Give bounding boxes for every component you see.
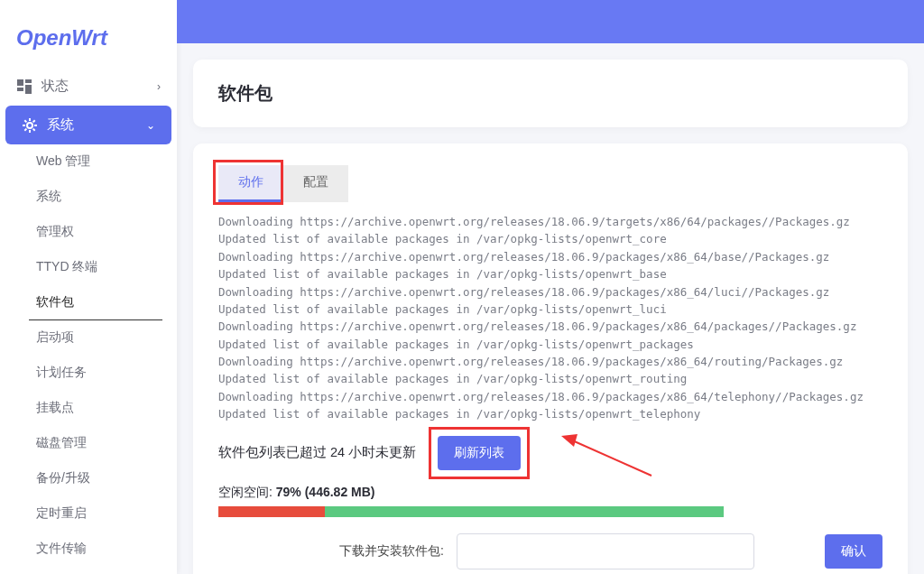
sidebar-subitem[interactable]: 磁盘管理 xyxy=(0,426,177,461)
sidebar-subitem[interactable]: 系统 xyxy=(0,180,177,215)
svg-rect-2 xyxy=(17,88,23,91)
gear-icon xyxy=(22,117,38,134)
logo: OpenWrt xyxy=(0,0,177,67)
sidebar-subitem[interactable]: Argon 主题设置 xyxy=(0,567,177,574)
page-title: 软件包 xyxy=(218,81,882,106)
main-content: 软件包 动作 配置 Downloading https://archive.op… xyxy=(177,0,924,574)
install-input[interactable] xyxy=(457,533,754,569)
sidebar-subitem[interactable]: 计划任务 xyxy=(0,356,177,391)
sidebar-subitem[interactable]: 文件传输 xyxy=(0,532,177,567)
svg-marker-6 xyxy=(561,434,578,447)
sidebar-subitem[interactable]: 挂载点 xyxy=(0,391,177,426)
tabs: 动作 配置 xyxy=(218,165,882,202)
install-confirm-button[interactable]: 确认 xyxy=(825,534,882,569)
tab-actions[interactable]: 动作 xyxy=(218,165,283,202)
main-card: 动作 配置 Downloading https://archive.openwr… xyxy=(193,144,908,574)
svg-rect-1 xyxy=(25,79,32,83)
svg-rect-0 xyxy=(17,79,23,86)
svg-line-5 xyxy=(570,440,651,476)
freespace-bar-fill xyxy=(325,506,724,517)
header-bar xyxy=(177,0,924,43)
sidebar-subitem[interactable]: 管理权 xyxy=(0,215,177,250)
sidebar-subitem[interactable]: 软件包 xyxy=(29,285,162,320)
refresh-list-button[interactable]: 刷新列表 xyxy=(438,436,521,470)
chevron-right-icon: › xyxy=(157,80,161,93)
freespace-bar xyxy=(218,506,724,517)
chevron-down-icon: ⌄ xyxy=(146,119,155,132)
update-stale-text: 软件包列表已超过 24 小时未更新 xyxy=(218,444,416,461)
sidebar-subitem[interactable]: 定时重启 xyxy=(0,496,177,532)
annotation-arrow xyxy=(561,430,661,485)
sidebar: OpenWrt 状态 › 系统 ⌄ Web 管理系统管理权TTYD 终端软件包启… xyxy=(0,0,177,574)
sidebar-label: 状态 xyxy=(42,78,69,95)
log-output: Downloading https://archive.openwrt.org/… xyxy=(218,213,882,423)
tab-config[interactable]: 配置 xyxy=(283,165,348,202)
dashboard-icon xyxy=(16,79,32,95)
sidebar-subitem[interactable]: TTYD 终端 xyxy=(0,250,177,285)
sidebar-subitem[interactable]: Web 管理 xyxy=(0,144,177,180)
sidebar-subitem[interactable]: 启动项 xyxy=(0,320,177,356)
svg-rect-3 xyxy=(25,85,32,94)
freespace-label: 空闲空间: 79% (446.82 MB) xyxy=(218,485,882,501)
svg-point-4 xyxy=(27,123,32,128)
title-card: 软件包 xyxy=(193,60,908,127)
sidebar-item-system[interactable]: 系统 ⌄ xyxy=(5,106,171,144)
sidebar-item-status[interactable]: 状态 › xyxy=(0,67,177,106)
sidebar-subitem[interactable]: 备份/升级 xyxy=(0,461,177,496)
install-label: 下载并安装软件包: xyxy=(218,543,444,560)
sidebar-label: 系统 xyxy=(47,116,74,134)
